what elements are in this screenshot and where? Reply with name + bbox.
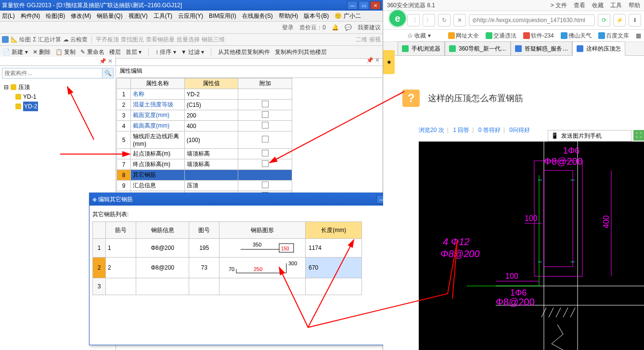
property-row[interactable]: 1名称YD-2: [117, 89, 292, 100]
close-icon[interactable]: ✕: [375, 57, 380, 65]
copyto-button[interactable]: 复制构件到其他楼层: [275, 48, 327, 56]
sidebar-star[interactable]: ★: [383, 50, 395, 74]
cad-drawing: 100 400 100 1Φ6 Φ8@200 4 Φ12 Φ8@200 1Φ6 …: [419, 142, 644, 350]
ggj-titlebar[interactable]: 算量软件 GGJ2013 - [D:\预结算及抽筋\广联达抽筋\测试--2160…: [0, 0, 383, 11]
dialog-title: 编辑其它钢筋: [98, 195, 376, 204]
fav-item[interactable]: 百度文库: [598, 32, 629, 40]
fav-item[interactable]: 软件-234: [523, 32, 554, 40]
sort-button[interactable]: ↕ 排序 ▾: [155, 48, 176, 56]
table-row[interactable]: 2 2 Φ8@200 73 70300250 670: [93, 258, 362, 278]
close-tab-button[interactable]: ✕: [453, 14, 466, 26]
item-icon: [15, 104, 21, 109]
price-label: 造价豆：0: [299, 24, 326, 32]
sum-tool[interactable]: Σ 汇总计算: [33, 36, 61, 44]
property-row[interactable]: 2混凝土强度等级(C15): [117, 100, 292, 110]
tab-active[interactable]: 这样的压顶怎: [572, 41, 625, 56]
view-bird[interactable]: 俯视: [369, 36, 381, 44]
property-row[interactable]: 6起点顶标高(m)墙顶标高: [117, 149, 292, 159]
tab[interactable]: 答疑解惑_服务…: [511, 41, 573, 55]
rename-button[interactable]: ✎ 重命名: [80, 48, 104, 56]
undo-icon[interactable]: [2, 36, 9, 43]
table-row[interactable]: 3: [93, 278, 362, 295]
table-row[interactable]: 1 1 Φ8@200 195 350150 1174: [93, 239, 362, 258]
tree-node-selected[interactable]: YD-2: [4, 102, 112, 111]
property-row[interactable]: 3截面宽度(mm)200: [117, 110, 292, 121]
menu-item[interactable]: 云应用(Y): [178, 12, 203, 20]
menu-item[interactable]: BIM应用(I): [209, 12, 236, 20]
draw-tool[interactable]: 📐 绘图: [11, 36, 31, 44]
chat-icon[interactable]: 💬: [345, 24, 352, 31]
top-menu[interactable]: 工具: [610, 1, 622, 10]
ggj-app-window: 算量软件 GGJ2013 - [D:\预结算及抽筋\广联达抽筋\测试--2160…: [0, 0, 383, 350]
new-button[interactable]: 📄 新建 ▾: [3, 48, 28, 56]
reload-button[interactable]: ↻: [438, 14, 451, 26]
search-input[interactable]: [2, 68, 102, 78]
tree-root[interactable]: ⊟ 压顶: [4, 82, 112, 92]
browser-logo-icon[interactable]: e: [388, 9, 407, 28]
expand-button[interactable]: ⛶: [633, 130, 644, 141]
copy-button[interactable]: 📋 复制: [55, 48, 76, 56]
download-icon[interactable]: ⬇: [629, 14, 641, 26]
fav-item[interactable]: 网址大全: [448, 32, 479, 40]
fav-item[interactable]: 佛山天气: [561, 32, 592, 40]
floor-select[interactable]: 首层 ▾: [126, 48, 142, 56]
bar3d-tool: 钢筋三维: [202, 36, 225, 44]
svg-text:1Φ6: 1Φ6: [563, 146, 580, 156]
minimize-button[interactable]: —: [347, 1, 358, 10]
suggest-link[interactable]: 我要建议: [358, 24, 381, 32]
edit-rebar-dialog: ◆ 编辑其它钢筋 — ▭ ✕ 其它钢筋列表: 筋号 钢筋信息 图号 钢筋图形: [89, 193, 413, 345]
pin-icon[interactable]: 📌: [366, 57, 374, 65]
col-info: 钢筋信息: [136, 222, 189, 239]
delete-button[interactable]: ✕ 删除: [33, 48, 51, 56]
top-menu[interactable]: 查看: [574, 1, 585, 10]
svg-line-16: [556, 308, 561, 317]
close-button[interactable]: ✕: [370, 1, 381, 10]
menu-item[interactable]: 工具(T): [154, 12, 172, 20]
tab[interactable]: 手机浏览器: [398, 41, 445, 55]
filter-button[interactable]: ▼ 过滤 ▾: [181, 48, 205, 56]
property-row[interactable]: 7终点顶标高(m)墙顶标高: [117, 159, 292, 170]
forward-button[interactable]: 〉: [423, 14, 435, 26]
top-menu[interactable]: 帮助: [629, 1, 640, 10]
fav-item[interactable]: 交通违法: [486, 32, 516, 40]
question-icon: ?: [402, 90, 420, 107]
property-row[interactable]: 4截面高度(mm)400: [117, 121, 292, 131]
pin-icon[interactable]: 📌: [99, 58, 106, 65]
menu-item[interactable]: 在线服务(S): [242, 12, 273, 20]
send-to-phone[interactable]: 📱 发送图片到手机: [548, 130, 631, 142]
top-menu[interactable]: 收藏: [592, 1, 604, 10]
search-button[interactable]: 🔍: [102, 68, 113, 78]
login-link[interactable]: 登录: [282, 24, 294, 32]
view-2d[interactable]: 二维: [356, 36, 367, 44]
ggj-login-bar: 登录 造价豆：0 🔔 💬 我要建议: [0, 22, 383, 34]
back-button[interactable]: 〈: [407, 14, 420, 26]
copyfrom-button[interactable]: 从其他楼层复制构件: [218, 48, 270, 56]
menu-item[interactable]: 🙂 广小二: [335, 12, 361, 20]
bell-icon[interactable]: 🔔: [332, 24, 339, 31]
menu-item[interactable]: 帮助(H): [279, 12, 298, 20]
refresh-green-icon[interactable]: ⟳: [598, 14, 610, 26]
menu-item[interactable]: 修改(M): [71, 12, 91, 20]
menu-item[interactable]: 绘图(B): [46, 12, 65, 20]
property-row[interactable]: 9汇总信息压顶: [117, 181, 292, 191]
lightning-icon[interactable]: ⚡: [613, 14, 626, 26]
url-field[interactable]: ⊘ http://e.fwxgx.com/question_1471630.ht…: [469, 14, 595, 26]
menu-item[interactable]: 层(L): [2, 12, 15, 20]
menu-item[interactable]: 版本号(B): [304, 12, 329, 20]
property-row[interactable]: 8其它钢筋: [117, 170, 292, 181]
dialog-titlebar[interactable]: ◆ 编辑其它钢筋 — ▭ ✕: [90, 193, 413, 206]
menu-item[interactable]: 视图(V): [129, 12, 148, 20]
extension-icon[interactable]: ▦: [636, 32, 641, 39]
ggj-title-text: 算量软件 GGJ2013 - [D:\预结算及抽筋\广联达抽筋\测试--2160…: [2, 1, 347, 10]
property-row[interactable]: 5轴线距左边线距离(mm)(100): [117, 131, 292, 149]
cloud-check-tool[interactable]: ☁ 云检查: [63, 36, 88, 44]
top-menu[interactable]: > 文件: [551, 1, 567, 10]
tab[interactable]: 360导航_新一代…: [445, 41, 511, 55]
maximize-button[interactable]: ▭: [359, 1, 369, 10]
menu-item[interactable]: 构件(N): [21, 12, 40, 20]
phone-icon: 📱: [551, 132, 558, 139]
fav-button[interactable]: ☆ 收藏 ▾: [407, 32, 431, 40]
tree-node[interactable]: YD-1: [4, 92, 112, 102]
close-pane-icon[interactable]: ✕: [108, 58, 113, 65]
menu-item[interactable]: 钢筋量(Q): [97, 12, 122, 20]
